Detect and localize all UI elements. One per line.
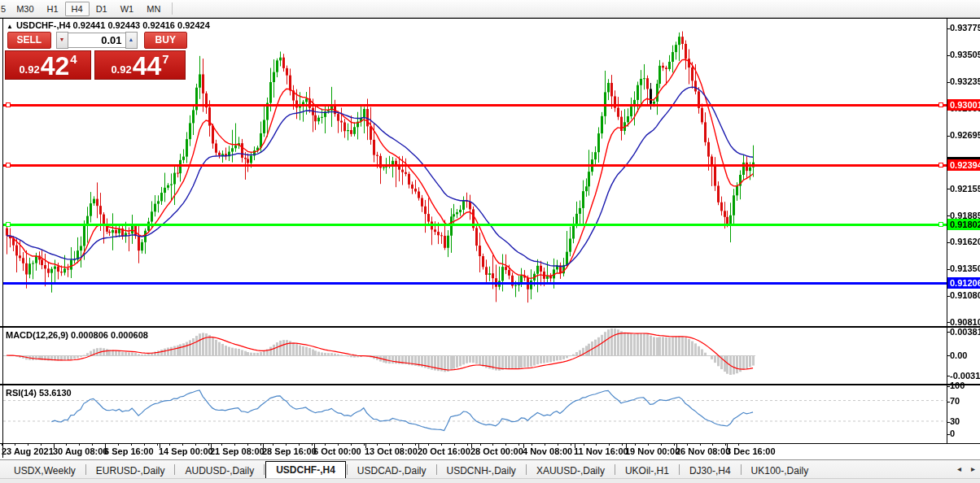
tab-usdx-weekly[interactable]: USDX,Weekly xyxy=(5,462,85,479)
tab-usdcad-daily[interactable]: USDCAD-,Daily xyxy=(348,462,435,479)
buy-price-pip: 7 xyxy=(162,52,168,66)
tabs-scroll-left-icon[interactable]: ◂ xyxy=(957,464,961,473)
tab-separator xyxy=(679,464,680,475)
tab-audusd-daily[interactable]: AUDUSD-,Daily xyxy=(176,462,263,479)
tab-separator xyxy=(526,464,527,475)
tab-dj30-h4[interactable]: DJ30-,H4 xyxy=(680,462,740,479)
chart-title: ▲USDCHF-,H4 0.92441 0.92443 0.92416 0.92… xyxy=(7,20,187,30)
sell-price-big: 42 xyxy=(41,54,70,78)
tab-separator xyxy=(264,464,265,475)
tab-separator xyxy=(85,464,86,475)
buy-price[interactable]: 0.92447 xyxy=(94,50,186,80)
tab-separator xyxy=(174,464,175,475)
volume-stepper: ▼ ▲ xyxy=(56,33,138,48)
trading-platform-window: 5M30H1H4D1W1MN ▲USDCHF-,H4 0.92441 0.924… xyxy=(0,0,980,483)
tab-separator xyxy=(741,464,742,475)
tab-usdcnh-daily[interactable]: USDCNH-,Daily xyxy=(438,462,525,479)
buy-price-base: 0.92 xyxy=(111,63,131,76)
tab-separator xyxy=(436,464,437,475)
collapse-panel-icon[interactable]: ▲ xyxy=(7,23,13,30)
tab-ukoil-h1[interactable]: UKOil-,H1 xyxy=(616,462,678,479)
volume-input[interactable] xyxy=(68,33,125,48)
sell-price-pip: 4 xyxy=(70,52,77,66)
tabs-scroll-right-icon[interactable]: ▸ xyxy=(971,464,975,473)
buy-button[interactable]: BUY xyxy=(144,32,188,49)
chart-title-text: USDCHF-,H4 0.92441 0.92443 0.92416 0.924… xyxy=(16,20,210,30)
tab-separator xyxy=(615,464,615,475)
status-strip xyxy=(0,478,980,483)
sell-price-base: 0.92 xyxy=(19,63,39,76)
tab-xauusd-daily[interactable]: XAUUSD-,Daily xyxy=(527,462,614,479)
chart-tabs: USDX,WeeklyEURUSD-,DailyAUDUSD-,DailyUSD… xyxy=(0,460,817,479)
chart-tab-bar: USDX,WeeklyEURUSD-,DailyAUDUSD-,DailyUSD… xyxy=(0,459,980,479)
buy-price-big: 44 xyxy=(133,54,162,78)
volume-increase-button[interactable]: ▲ xyxy=(125,32,138,49)
sell-price[interactable]: 0.92424 xyxy=(5,50,91,80)
one-click-trade-panel: ▲USDCHF-,H4 0.92441 0.92443 0.92416 0.92… xyxy=(5,20,187,80)
arrow-down-icon: ▼ xyxy=(59,37,65,42)
tab-uk100-daily[interactable]: UK100-,Daily xyxy=(742,462,818,479)
arrow-up-icon: ▲ xyxy=(129,37,134,42)
tab-usdchf-h4[interactable]: USDCHF-,H4 xyxy=(265,461,346,479)
tab-separator xyxy=(347,464,348,475)
volume-decrease-button[interactable]: ▼ xyxy=(56,32,68,49)
tab-eurusd-daily[interactable]: EURUSD-,Daily xyxy=(87,462,174,479)
sell-button[interactable]: SELL xyxy=(7,32,51,49)
